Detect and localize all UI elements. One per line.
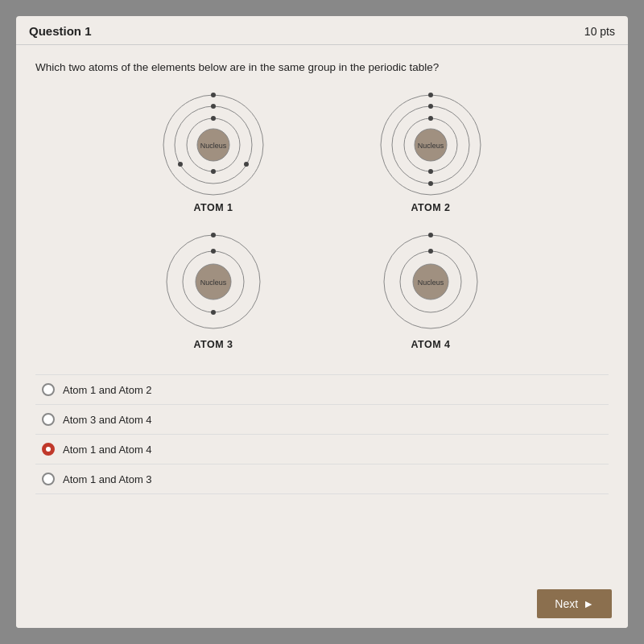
- svg-point-10: [211, 93, 216, 97]
- option-3[interactable]: Atom 1 and Atom 4: [35, 435, 609, 464]
- option-2-text: Atom 3 and Atom 4: [63, 414, 152, 426]
- svg-point-17: [428, 104, 433, 109]
- svg-text:Nucleus: Nucleus: [200, 142, 227, 150]
- atom1-diagram: Nucleus: [161, 93, 266, 197]
- svg-point-31: [428, 249, 433, 254]
- svg-point-33: [428, 233, 433, 237]
- svg-text:Nucleus: Nucleus: [200, 279, 227, 287]
- options-list: Atom 1 and Atom 2 Atom 3 and Atom 4 Atom…: [35, 374, 609, 494]
- atom2-diagram: Nucleus: [378, 93, 483, 197]
- svg-point-8: [178, 162, 183, 167]
- radio-1[interactable]: [42, 383, 55, 396]
- svg-point-18: [428, 181, 433, 186]
- svg-text:Nucleus: Nucleus: [418, 142, 444, 150]
- atoms-grid: Nucleus ATOM 1: [121, 93, 523, 350]
- radio-3[interactable]: [42, 443, 55, 456]
- atom3-label: ATOM 3: [193, 339, 233, 350]
- radio-2[interactable]: [42, 413, 55, 426]
- option-3-text: Atom 1 and Atom 4: [63, 444, 152, 456]
- svg-point-27: [211, 233, 216, 237]
- atom2-label: ATOM 2: [411, 202, 450, 213]
- atom4-label: ATOM 4: [411, 339, 450, 350]
- atom1-item: Nucleus ATOM 1: [121, 93, 306, 213]
- svg-point-4: [211, 169, 216, 174]
- option-1-text: Atom 1 and Atom 2: [63, 384, 152, 396]
- header: Question 1 10 pts: [16, 16, 628, 45]
- next-button[interactable]: Next ►: [537, 589, 612, 618]
- option-1[interactable]: Atom 1 and Atom 2: [35, 374, 609, 405]
- next-arrow-icon: ►: [583, 597, 594, 610]
- option-4[interactable]: Atom 1 and Atom 3: [35, 464, 609, 494]
- next-label: Next: [555, 597, 578, 610]
- svg-point-6: [211, 104, 216, 109]
- atom3-diagram: Nucleus: [161, 229, 266, 334]
- atom4-diagram: Nucleus: [378, 229, 483, 334]
- points: 10 pts: [584, 25, 615, 38]
- svg-point-14: [428, 116, 433, 121]
- svg-point-24: [211, 249, 216, 254]
- radio-4[interactable]: [42, 473, 55, 485]
- atom4-item: Nucleus ATOM 4: [338, 229, 523, 350]
- svg-point-15: [428, 169, 433, 174]
- question-title: Question 1: [29, 24, 92, 38]
- content-area: Which two atoms of the elements below ar…: [16, 45, 628, 580]
- question-text: Which two atoms of the elements below ar…: [35, 61, 609, 73]
- atom1-label: ATOM 1: [193, 202, 233, 213]
- option-4-text: Atom 1 and Atom 3: [63, 473, 152, 485]
- svg-point-20: [428, 93, 433, 97]
- svg-point-7: [244, 162, 249, 167]
- svg-point-3: [211, 116, 216, 121]
- page-container: Question 1 10 pts Which two atoms of the…: [16, 16, 628, 628]
- atom2-item: Nucleus ATOM 2: [338, 93, 523, 213]
- svg-text:Nucleus: Nucleus: [418, 279, 444, 287]
- option-2[interactable]: Atom 3 and Atom 4: [35, 405, 609, 435]
- atom3-item: Nucleus ATOM 3: [121, 229, 306, 350]
- footer: Next ►: [16, 580, 628, 628]
- svg-point-25: [211, 310, 216, 315]
